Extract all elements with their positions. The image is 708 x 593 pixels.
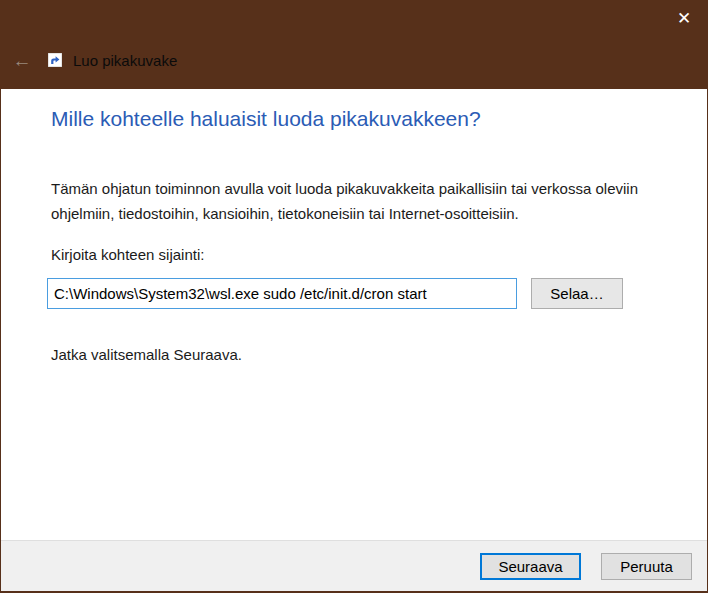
back-arrow-icon: ← — [13, 50, 32, 71]
window-title: Luo pikakuvake — [73, 52, 177, 69]
shortcut-icon — [48, 53, 62, 67]
close-icon: ✕ — [677, 8, 691, 29]
wizard-header: ← Luo pikakuvake — [1, 47, 707, 73]
location-input[interactable] — [47, 278, 517, 309]
footer-bar: Seuraava Peruuta — [1, 540, 707, 591]
titlebar: ✕ ← Luo pikakuvake — [1, 1, 707, 89]
close-button[interactable]: ✕ — [661, 1, 707, 35]
wizard-page: Mille kohteelle haluaisit luoda pikakuva… — [1, 90, 707, 540]
create-shortcut-wizard-window: ✕ ← Luo pikakuvake Mille kohteelle halua… — [0, 0, 708, 593]
location-row: Selaa… — [47, 278, 623, 309]
location-label: Kirjoita kohteen sijainti: — [51, 246, 204, 263]
browse-button[interactable]: Selaa… — [531, 278, 623, 309]
cancel-button[interactable]: Peruuta — [601, 553, 692, 580]
next-button[interactable]: Seuraava — [480, 553, 581, 580]
continue-hint: Jatka valitsemalla Seuraava. — [51, 346, 242, 363]
back-button[interactable]: ← — [9, 51, 35, 70]
description-text: Tämän ohjatun toiminnon avulla voit luod… — [51, 176, 685, 226]
page-title: Mille kohteelle haluaisit luoda pikakuva… — [51, 107, 481, 131]
